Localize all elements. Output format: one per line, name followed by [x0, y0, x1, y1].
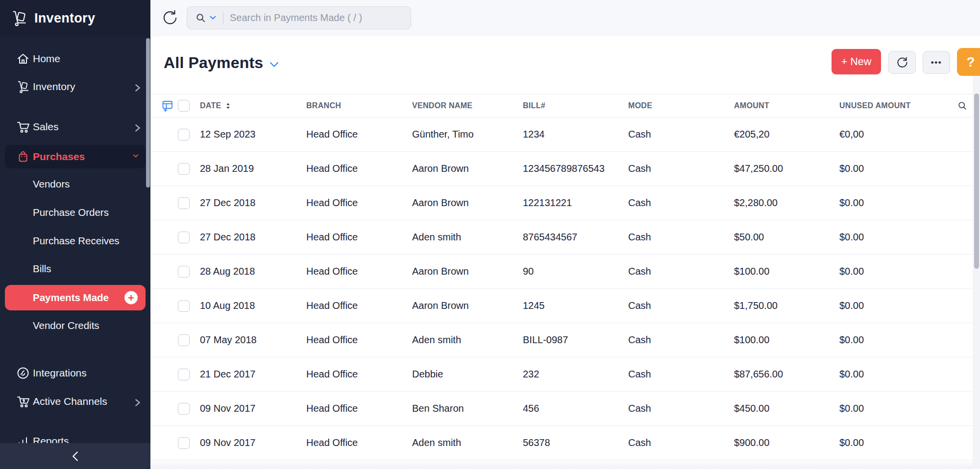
app-logo: Inventory — [0, 0, 150, 36]
column-header-unused-amount[interactable]: UNUSED AMOUNT — [839, 101, 945, 110]
sidebar-item-sales[interactable]: Sales — [0, 116, 150, 138]
sort-icon — [225, 102, 231, 110]
cell-amount: $100.00 — [734, 266, 839, 277]
bolt-cart-icon — [16, 395, 30, 408]
column-header-amount[interactable]: AMOUNT — [734, 101, 839, 110]
table-scrollbar-track[interactable] — [973, 76, 980, 469]
row-checkbox[interactable] — [178, 300, 190, 312]
cell-amount: $450.00 — [734, 403, 839, 414]
row-checkbox[interactable] — [178, 232, 190, 243]
cell-branch: Head Office — [306, 232, 412, 243]
search-icon — [195, 12, 206, 23]
row-checkbox[interactable] — [178, 437, 190, 449]
home-icon — [16, 52, 30, 66]
sidebar-item-active-channels[interactable]: Active Channels — [0, 390, 150, 413]
table-row[interactable]: 21 Dec 2017 Head Office Debbie 232 Cash … — [150, 357, 980, 392]
sidebar-item-integrations[interactable]: Integrations — [0, 362, 150, 384]
purchases-bag-icon — [16, 150, 30, 164]
cell-amount: $47,250.00 — [734, 163, 839, 174]
cell-date: 12 Sep 2023 — [200, 129, 306, 140]
cell-amount: $50.00 — [734, 232, 839, 243]
sidebar-item-bills[interactable]: Bills — [0, 258, 150, 280]
cell-mode: Cash — [628, 197, 734, 209]
cell-date: 09 Nov 2017 — [200, 437, 306, 448]
cell-unused-amount: $0.00 — [839, 403, 945, 414]
sidebar-item-purchase-receives[interactable]: Purchase Receives — [0, 230, 150, 252]
table-row[interactable]: 09 Nov 2017 Head Office Aden smith 56378… — [150, 426, 980, 460]
cell-branch: Head Office — [306, 129, 412, 140]
column-header-mode[interactable]: MODE — [628, 101, 734, 110]
column-header-date[interactable]: DATE — [200, 101, 306, 110]
cell-amount: $900.00 — [734, 437, 839, 448]
sidebar-item-purchase-orders[interactable]: Purchase Orders — [0, 201, 150, 224]
sidebar-item-vendors[interactable]: Vendors — [0, 173, 150, 195]
cell-vendor-name: Aden smith — [412, 232, 523, 243]
sidebar-item-payments-made[interactable]: Payments Made + — [5, 285, 146, 310]
cell-mode: Cash — [628, 437, 734, 448]
cell-date: 27 Dec 2018 — [200, 232, 306, 243]
quick-create-payment-icon[interactable]: + — [124, 291, 138, 305]
cell-vendor-name: Debbie — [412, 369, 523, 380]
search-input[interactable] — [230, 12, 392, 23]
app-root: Inventory Home Inventory Sales — [0, 0, 980, 469]
cell-bill-number: BILL-0987 — [523, 334, 628, 346]
row-checkbox[interactable] — [178, 369, 190, 380]
table-row[interactable]: 28 Jan 2019 Head Office Aaron Brown 1234… — [150, 152, 980, 186]
row-checkbox[interactable] — [178, 163, 190, 175]
cell-branch: Head Office — [306, 300, 412, 311]
row-checkbox[interactable] — [178, 266, 190, 278]
new-payment-button[interactable]: + New — [832, 49, 881, 74]
cell-branch: Head Office — [306, 334, 412, 346]
table-row[interactable]: 27 Dec 2018 Head Office Aden smith 87654… — [150, 220, 980, 255]
help-button[interactable]: ? — [957, 48, 980, 76]
sidebar-scrollbar-thumb[interactable] — [146, 38, 150, 188]
cell-unused-amount: $0.00 — [839, 266, 945, 277]
table-row[interactable]: 10 Aug 2018 Head Office Aaron Brown 1245… — [150, 289, 980, 323]
row-checkbox[interactable] — [178, 129, 190, 141]
view-switcher[interactable]: All Payments — [164, 54, 279, 72]
cell-mode: Cash — [628, 163, 734, 174]
more-options-button[interactable]: ••• — [923, 51, 950, 74]
table-row[interactable]: 27 Dec 2018 Head Office Aaron Brown 1221… — [150, 186, 980, 220]
cell-amount: €205,20 — [734, 129, 839, 140]
global-search[interactable] — [187, 6, 411, 29]
customize-columns-icon[interactable] — [161, 99, 174, 112]
cell-unused-amount: $0.00 — [839, 232, 945, 243]
table-search-icon[interactable] — [957, 100, 968, 111]
cell-amount: $100.00 — [734, 334, 839, 346]
row-checkbox[interactable] — [178, 334, 190, 346]
cell-vendor-name: Aaron Brown — [412, 197, 523, 209]
cell-bill-number: 123456789876543 — [523, 163, 628, 174]
cell-vendor-name: Aden smith — [412, 334, 523, 346]
sidebar-collapse-button[interactable] — [0, 443, 150, 469]
sidebar-item-vendor-credits[interactable]: Vendor Credits — [0, 314, 150, 337]
table-row[interactable]: 07 May 2018 Head Office Aden smith BILL-… — [150, 323, 980, 357]
refresh-button[interactable] — [888, 51, 916, 74]
sidebar-item-purchases[interactable]: Purchases — [5, 145, 146, 168]
payments-table-body: 12 Sep 2023 Head Office Günther, Timo 12… — [150, 117, 980, 469]
cell-vendor-name: Aaron Brown — [412, 266, 523, 277]
cell-date: 10 Aug 2018 — [200, 300, 306, 311]
search-scope-chevron-icon[interactable] — [210, 16, 216, 20]
cell-amount: $1,750.00 — [734, 300, 839, 311]
reload-icon[interactable] — [161, 9, 179, 27]
table-scrollbar-thumb[interactable] — [974, 94, 979, 269]
row-checkbox[interactable] — [178, 403, 190, 415]
search-divider — [223, 11, 223, 24]
column-header-branch[interactable]: BRANCH — [306, 101, 412, 110]
table-row[interactable]: 28 Aug 2018 Head Office Aaron Brown 90 C… — [150, 255, 980, 289]
cell-mode: Cash — [628, 232, 734, 243]
cell-vendor-name: Aaron Brown — [412, 300, 523, 311]
sidebar-item-home[interactable]: Home — [0, 47, 150, 70]
table-row[interactable]: 12 Sep 2023 Head Office Günther, Timo 12… — [150, 117, 980, 152]
column-header-bill[interactable]: BILL# — [523, 101, 628, 110]
column-header-vendor-name[interactable]: VENDOR NAME — [412, 101, 523, 110]
cell-date: 09 Nov 2017 — [200, 403, 306, 414]
cell-bill-number: 232 — [523, 369, 628, 380]
table-row[interactable]: 09 Nov 2017 Head Office Ben Sharon 456 C… — [150, 392, 980, 426]
row-checkbox[interactable] — [178, 197, 190, 209]
select-all-checkbox[interactable] — [178, 100, 190, 112]
cell-vendor-name: Aden smith — [412, 437, 523, 448]
cell-date: 27 Dec 2018 — [200, 197, 306, 209]
sidebar-item-inventory[interactable]: Inventory — [0, 75, 150, 98]
